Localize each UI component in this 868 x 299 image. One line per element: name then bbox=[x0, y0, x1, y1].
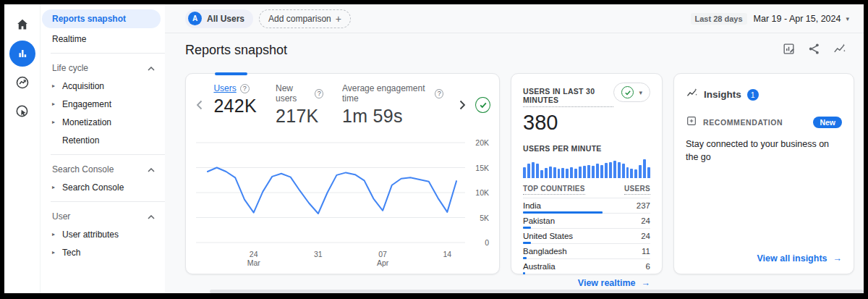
users-line-chart[interactable]: 20K15K10K5K024Mar3107Apr14 bbox=[186, 127, 499, 283]
country-bar bbox=[523, 272, 525, 274]
caret-down-icon[interactable]: ▾ bbox=[846, 15, 849, 22]
realtime-card: USERS IN LAST 30 MINUTES ▾ 380 USERS PER… bbox=[511, 73, 663, 274]
view-all-insights-link[interactable]: View all insights → bbox=[757, 253, 842, 264]
tree-arrow-icon: ▸ bbox=[52, 119, 62, 125]
app-rail bbox=[4, 4, 41, 293]
horizontal-scrollbar[interactable] bbox=[210, 290, 864, 293]
nav-section-user[interactable]: User bbox=[41, 207, 165, 225]
audience-avatar: A bbox=[188, 12, 202, 25]
per-minute-bar bbox=[647, 167, 650, 178]
country-row-australia[interactable]: Australia6 bbox=[523, 259, 650, 274]
chevron-right-icon[interactable] bbox=[455, 97, 469, 113]
nav-section-life-cycle[interactable]: Life cycle bbox=[41, 59, 165, 77]
view-realtime-link[interactable]: View realtime → bbox=[523, 278, 650, 288]
caret-down-icon: ▾ bbox=[639, 89, 642, 96]
insight-text[interactable]: Stay connected to your business on the g… bbox=[686, 138, 839, 164]
topbar: A All Users Add comparison + Last 28 day… bbox=[165, 4, 864, 33]
insights-card: Insights 1 RECOMMENDATION New Stay conne… bbox=[673, 73, 854, 274]
country-row-india[interactable]: India237 bbox=[523, 198, 650, 214]
col-users: USERS bbox=[624, 185, 650, 195]
nav-divider bbox=[51, 53, 165, 54]
per-minute-bar bbox=[536, 164, 539, 178]
explore-icon bbox=[14, 75, 30, 90]
insights-sparkline-icon bbox=[686, 87, 698, 102]
page-title: Reports snapshot bbox=[185, 43, 287, 58]
realtime-users-value: 380 bbox=[523, 111, 650, 135]
audience-label: All Users bbox=[207, 14, 244, 24]
sidebar-item-search-console[interactable]: ▸Search Console bbox=[41, 178, 165, 196]
per-minute-bar bbox=[574, 169, 577, 178]
add-comparison-button[interactable]: Add comparison + bbox=[259, 9, 351, 28]
per-minute-bar bbox=[622, 164, 625, 178]
selected-metric-indicator bbox=[215, 72, 247, 75]
metrics-header: Users?242KNew users?217KAverage engageme… bbox=[186, 74, 499, 127]
sidebar-item-tech[interactable]: ▸Tech bbox=[41, 243, 165, 261]
country-row-united-states[interactable]: United States24 bbox=[523, 229, 650, 244]
explore-button[interactable] bbox=[9, 70, 35, 96]
sidebar-item-retention[interactable]: Retention bbox=[41, 131, 165, 149]
per-minute-bar bbox=[532, 162, 535, 178]
per-minute-bar bbox=[549, 167, 552, 178]
reports-button[interactable] bbox=[9, 41, 35, 67]
per-minute-bar bbox=[626, 167, 629, 178]
x-axis-tick: 31 bbox=[314, 250, 323, 258]
per-minute-bar bbox=[527, 164, 530, 178]
y-axis-tick: 10K bbox=[475, 188, 489, 197]
content: A All Users Add comparison + Last 28 day… bbox=[165, 4, 864, 293]
per-minute-bar bbox=[553, 167, 556, 178]
cards-row: Users?242KNew users?217KAverage engageme… bbox=[165, 59, 864, 274]
per-minute-bar bbox=[558, 169, 561, 178]
nav-divider bbox=[51, 201, 165, 202]
arrow-right-icon: → bbox=[833, 253, 843, 264]
per-minute-bar bbox=[540, 170, 543, 178]
sidebar-item-user-attributes[interactable]: ▸User attributes bbox=[41, 225, 165, 243]
sidebar-item-acquisition[interactable]: ▸Acquisition bbox=[41, 77, 165, 95]
check-circle-icon bbox=[621, 86, 634, 98]
realtime-status-dropdown[interactable]: ▾ bbox=[613, 83, 650, 102]
new-badge: New bbox=[813, 117, 842, 128]
x-axis-tick: 14 bbox=[443, 250, 451, 258]
metric-new-users[interactable]: New users?217K bbox=[276, 83, 323, 127]
users-per-minute-chart[interactable] bbox=[523, 158, 650, 178]
add-comparison-label: Add comparison bbox=[268, 14, 331, 24]
y-axis-tick: 5K bbox=[480, 214, 489, 222]
help-icon[interactable]: ? bbox=[435, 89, 443, 98]
advertising-button[interactable] bbox=[9, 98, 35, 125]
sidebar-item-realtime[interactable]: Realtime bbox=[41, 30, 165, 48]
countries-table: India237Pakistan24United States24Banglad… bbox=[523, 198, 650, 274]
chevron-left-icon[interactable] bbox=[192, 97, 206, 113]
customize-report-icon[interactable] bbox=[782, 42, 796, 59]
x-axis-tick: Mar bbox=[247, 258, 261, 267]
metric-users[interactable]: Users?242K bbox=[213, 83, 257, 127]
metric-blocks: Users?242KNew users?217KAverage engageme… bbox=[206, 83, 455, 127]
sidebar-item-reports-snapshot[interactable]: Reports snapshot bbox=[42, 9, 161, 28]
realtime-title: USERS IN LAST 30 MINUTES bbox=[523, 87, 613, 107]
sidebar-item-monetization[interactable]: ▸Monetization bbox=[41, 113, 165, 131]
country-row-pakistan[interactable]: Pakistan24 bbox=[523, 214, 650, 229]
x-axis-tick: 24 bbox=[250, 250, 258, 258]
sidebar-item-engagement[interactable]: ▸Engagement bbox=[41, 95, 165, 113]
data-quality-check-icon[interactable] bbox=[475, 97, 490, 113]
per-minute-bar bbox=[570, 167, 573, 178]
metric-average-engagement-time[interactable]: Average engagement time?1m 59s bbox=[342, 83, 443, 127]
per-minute-bar bbox=[583, 166, 586, 178]
per-minute-bar bbox=[587, 165, 590, 178]
date-range-selector[interactable]: Mar 19 - Apr 15, 2024 bbox=[754, 14, 841, 24]
x-axis-tick: 07 bbox=[378, 250, 387, 258]
per-minute-bar bbox=[545, 168, 548, 178]
insights-header: Insights 1 bbox=[686, 87, 842, 102]
per-minute-bar bbox=[561, 168, 564, 178]
share-icon[interactable] bbox=[807, 42, 821, 59]
per-minute-bar bbox=[523, 167, 526, 178]
home-button[interactable] bbox=[9, 12, 35, 38]
per-minute-bar bbox=[566, 169, 569, 178]
nav-section-search-console[interactable]: Search Console bbox=[41, 160, 165, 178]
country-row-bangladesh[interactable]: Bangladesh11 bbox=[523, 244, 650, 259]
help-icon[interactable]: ? bbox=[240, 84, 250, 93]
insights-count-badge: 1 bbox=[747, 89, 759, 101]
help-icon[interactable]: ? bbox=[315, 89, 323, 98]
audience-chip[interactable]: A All Users bbox=[185, 9, 253, 28]
insights-icon[interactable] bbox=[833, 42, 846, 59]
recommendation-label: RECOMMENDATION bbox=[703, 118, 807, 127]
plus-icon: + bbox=[336, 13, 341, 25]
